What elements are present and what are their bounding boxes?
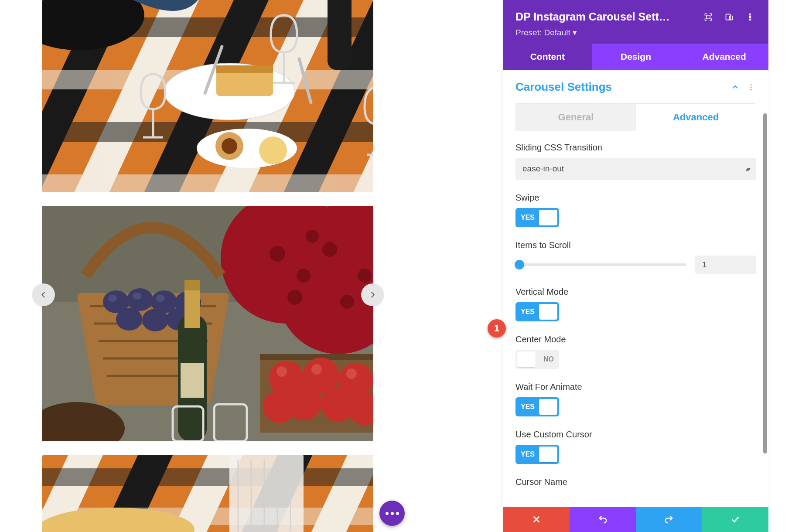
- responsive-icon[interactable]: [723, 11, 735, 23]
- tab-advanced[interactable]: Advanced: [680, 44, 768, 70]
- svg-rect-75: [229, 455, 304, 532]
- svg-point-31: [322, 242, 337, 257]
- svg-rect-12: [42, 174, 373, 192]
- save-button[interactable]: [702, 507, 768, 532]
- svg-point-80: [749, 14, 751, 15]
- vertical-mode-label: Vertical Mode: [515, 287, 756, 297]
- carousel-prev-button[interactable]: [32, 283, 55, 306]
- use-custom-cursor-toggle[interactable]: YES: [515, 445, 559, 464]
- svg-point-45: [276, 366, 287, 377]
- svg-point-52: [116, 308, 142, 331]
- center-mode-label: Center Mode: [515, 334, 756, 344]
- svg-point-82: [749, 19, 751, 20]
- svg-point-29: [270, 246, 285, 262]
- svg-point-49: [127, 288, 153, 311]
- svg-point-81: [749, 16, 751, 17]
- wait-for-animate-toggle[interactable]: YES: [515, 397, 559, 416]
- svg-point-32: [340, 295, 354, 309]
- center-mode-toggle[interactable]: NO: [515, 350, 559, 369]
- undo-button[interactable]: [570, 507, 636, 532]
- slider-thumb[interactable]: [515, 260, 524, 269]
- more-vert-icon[interactable]: [744, 11, 756, 23]
- editor-canvas: [0, 0, 497, 532]
- transition-label: Sliding CSS Transition: [515, 143, 756, 153]
- svg-point-53: [142, 309, 168, 331]
- panel-tabs: Content Design Advanced: [503, 44, 768, 70]
- items-value-input[interactable]: 1: [695, 256, 756, 274]
- tab-design[interactable]: Design: [592, 44, 680, 70]
- preset-selector[interactable]: Preset: Default ▾: [515, 27, 756, 38]
- wait-for-animate-label: Wait For Animate: [515, 382, 756, 392]
- items-to-scroll-label: Items to Scroll: [515, 240, 756, 250]
- dot-icon: [391, 512, 394, 515]
- svg-rect-62: [181, 363, 204, 398]
- svg-point-34: [287, 290, 302, 305]
- redo-icon: [664, 515, 674, 524]
- dot-icon: [386, 512, 389, 515]
- svg-rect-21: [328, 0, 352, 70]
- svg-point-20: [259, 136, 287, 164]
- close-button[interactable]: [503, 507, 570, 532]
- check-icon: [730, 515, 740, 524]
- svg-point-84: [751, 86, 752, 88]
- carousel-next-button[interactable]: [361, 283, 384, 306]
- carousel-slide-3[interactable]: [42, 455, 373, 532]
- carousel-slide-2[interactable]: [42, 206, 373, 441]
- section-title[interactable]: Carousel Settings: [515, 80, 725, 94]
- close-icon: [532, 515, 541, 524]
- svg-point-30: [297, 269, 311, 283]
- svg-point-56: [133, 293, 141, 300]
- svg-point-35: [358, 269, 372, 283]
- annotation-badge-1: 1: [488, 319, 506, 338]
- chevron-up-icon[interactable]: [730, 82, 741, 92]
- section-sub-tabs: General Advanced: [515, 103, 756, 131]
- more-vert-icon[interactable]: [746, 82, 756, 92]
- chevron-left-icon: [40, 291, 48, 299]
- sub-tab-general[interactable]: General: [516, 104, 636, 131]
- panel-footer: [503, 507, 768, 532]
- items-slider[interactable]: [515, 263, 686, 266]
- svg-rect-16: [216, 65, 273, 73]
- more-options-fab[interactable]: [379, 501, 405, 526]
- svg-point-43: [263, 390, 296, 423]
- tab-content[interactable]: Content: [503, 44, 592, 70]
- carousel-slide-1[interactable]: [42, 0, 373, 192]
- instagram-carousel: [42, 0, 373, 532]
- sub-tab-advanced[interactable]: Advanced: [636, 104, 756, 131]
- svg-rect-73: [42, 468, 373, 486]
- svg-point-33: [306, 230, 319, 243]
- undo-icon: [598, 515, 608, 524]
- svg-rect-61: [184, 280, 200, 290]
- expand-icon[interactable]: [702, 11, 714, 23]
- svg-point-57: [156, 295, 165, 302]
- swipe-label: Swipe: [515, 193, 756, 203]
- use-custom-cursor-label: Use Custom Cursor: [515, 430, 756, 440]
- chevron-right-icon: [369, 291, 376, 299]
- settings-panel: DP Instagram Carousel Sett… Preset: Defa…: [503, 0, 768, 532]
- panel-header: DP Instagram Carousel Sett… Preset: Defa…: [503, 0, 768, 44]
- panel-title: DP Instagram Carousel Sett…: [515, 10, 693, 23]
- cursor-name-label: Cursor Name: [515, 477, 756, 487]
- svg-rect-77: [706, 15, 710, 18]
- transition-select[interactable]: ease-in-out ▴▾: [515, 158, 756, 180]
- svg-point-83: [751, 84, 752, 85]
- scrollbar[interactable]: [763, 113, 767, 454]
- svg-point-85: [751, 89, 752, 90]
- panel-body: Carousel Settings General Advanced Slidi…: [503, 70, 768, 507]
- select-caret-icon: ▴▾: [746, 165, 749, 172]
- svg-point-55: [108, 295, 117, 302]
- swipe-toggle[interactable]: YES: [515, 208, 559, 227]
- svg-point-47: [346, 368, 357, 379]
- svg-point-19: [222, 138, 237, 154]
- redo-button[interactable]: [636, 507, 702, 532]
- svg-point-46: [311, 364, 322, 375]
- vertical-mode-toggle[interactable]: YES: [515, 302, 559, 321]
- dot-icon: [396, 512, 399, 515]
